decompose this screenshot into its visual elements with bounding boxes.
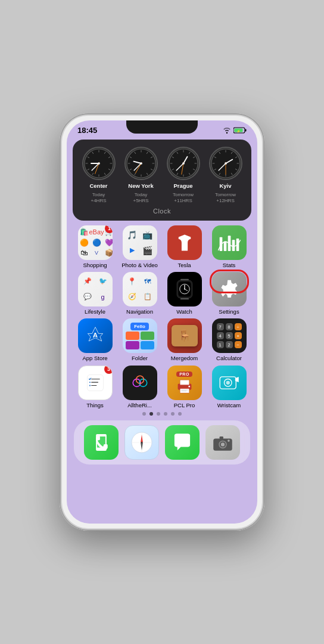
app-name-calculator: Calculator [216,355,242,361]
clock-face-kyiv [209,147,242,180]
clock-prague: Prague Tomorrow+11HRS [167,147,200,204]
status-time: 18:45 [77,126,97,135]
svg-text:A: A [92,332,98,339]
battery-icon: ⚡ [233,127,247,134]
app-shopping[interactable]: 1 🛍️eBay🛒 🟠🔵💜 🛍V📦 Shopping [74,225,116,268]
clock-sublabel-prague: Tomorrow+11HRS [173,192,194,203]
app-name-alltheri: AlltheRi... [127,402,152,408]
app-name-photo-video: Photo & Video [122,262,158,268]
svg-rect-88 [89,382,91,383]
app-icon-camera [205,425,240,460]
svg-point-54 [182,162,185,165]
clocks-row: Center Today+4HRS [77,147,247,204]
dot-2[interactable] [149,412,153,416]
app-wristcam[interactable]: Wristcam [208,366,250,408]
app-icon-appstore: A [78,318,113,353]
svg-rect-115 [220,436,223,439]
clock-widget[interactable]: Center Today+4HRS [73,140,251,221]
app-icon-calculator: 7 8 ÷ 4 5 × 1 2 − [212,318,247,353]
clock-newyork: New York Today+5HRS [124,147,158,204]
svg-point-98 [188,386,190,388]
app-pclpro[interactable]: PRO PCL Pro [163,366,205,408]
app-name-navigation: Navigation [126,308,153,315]
app-alltheri[interactable]: AlltheRi... [119,366,161,408]
svg-point-92 [136,376,144,383]
clock-label-prague: Prague [173,182,192,190]
dot-5[interactable] [171,412,175,416]
dock-safari[interactable] [124,425,159,460]
dot-6[interactable] [178,412,182,416]
clock-sublabel-center: Today+4HRS [91,192,106,203]
app-name-pclpro: PCL Pro [174,402,195,408]
app-folder[interactable]: Fello Folder [119,318,161,361]
svg-point-37 [140,162,142,165]
app-name-tesla: Tesla [177,262,191,268]
app-icon-shopping: 1 🛍️eBay🛒 🟠🔵💜 🛍V📦 [78,225,113,260]
app-mergedom[interactable]: 🪑 Mergedom [163,318,205,361]
app-photo-video[interactable]: 🎵📺 ▶🎬 Photo & Video [119,225,161,268]
app-name-mergedom: Mergedom [171,355,198,361]
clock-face-center [82,147,116,180]
dock-messages[interactable] [165,425,200,460]
app-calculator[interactable]: 7 8 ÷ 4 5 × 1 2 − Calculator [208,318,250,361]
clock-center: Center Today+4HRS [82,147,116,204]
app-grid-row4: 3 Things [67,366,257,408]
dock [74,420,250,465]
app-icon-folder: Fello [123,318,157,353]
dot-3[interactable] [157,412,160,416]
app-grid-row1: 1 🛍️eBay🛒 🟠🔵💜 🛍V📦 Shopping 🎵📺 ▶🎬 [67,225,257,268]
clock-label-kyiv: Kyiv [219,182,231,190]
app-name-stats: Stats [223,262,236,268]
app-lifestyle[interactable]: 📌 🐦 💬 g Lifestyle [74,272,116,315]
app-tesla[interactable]: Tesla [163,225,205,268]
phone-frame: 18:45 ⚡ [60,113,264,531]
phone-screen: 18:45 ⚡ [67,120,257,524]
app-name-shopping: Shopping [83,262,107,268]
dot-1[interactable] [142,412,146,416]
dock-phone[interactable] [84,425,119,460]
svg-rect-97 [181,391,186,392]
app-watch[interactable]: Watch [163,272,205,315]
app-settings[interactable]: Settings [208,272,250,315]
page-dots [67,412,257,416]
app-icon-safari [124,425,159,460]
wifi-icon [223,127,231,134]
app-icon-tesla [167,225,202,260]
svg-point-71 [225,162,227,165]
app-grid-row3: A App Store Fello [67,318,257,361]
app-icon-settings [212,272,247,306]
app-name-watch: Watch [176,308,192,315]
svg-point-116 [228,439,230,442]
app-icon-phone [84,425,119,460]
svg-point-114 [221,442,225,446]
app-stats[interactable]: Stats [208,225,250,268]
dock-camera[interactable] [205,425,240,460]
clock-kyiv: Kyiv Tomorrow+12HRS [209,147,242,204]
app-name-things: Things [86,402,104,408]
app-icon-lifestyle: 📌 🐦 💬 g [78,272,113,306]
app-icon-wristcam [212,366,247,400]
status-icons: ⚡ [223,127,247,134]
svg-rect-78 [180,298,188,299]
app-icon-alltheri [123,366,157,400]
clock-label-newyork: New York [128,182,153,190]
app-grid-row2: 📌 🐦 💬 g Lifestyle 📍 🗺 🧭 📋 [67,272,257,315]
dot-4[interactable] [164,412,167,416]
clock-face-newyork [124,147,158,180]
app-name-appstore: App Store [82,355,107,361]
app-appstore[interactable]: A App Store [74,318,116,361]
app-icon-messages [165,425,200,460]
clock-sublabel-kyiv: Tomorrow+12HRS [215,192,236,203]
app-name-folder: Folder [132,355,148,361]
clock-sublabel-newyork: Today+5HRS [133,192,148,203]
app-name-settings: Settings [219,308,239,315]
badge-shopping: 1 [105,225,113,233]
app-things[interactable]: 3 Things [74,366,116,408]
svg-rect-94 [180,380,189,385]
badge-things: 3 [104,366,113,374]
svg-point-110 [141,442,143,444]
svg-point-84 [184,289,185,290]
app-navigation[interactable]: 📍 🗺 🧭 📋 Navigation [119,272,161,315]
app-name-lifestyle: Lifestyle [85,308,105,315]
app-icon-pclpro: PRO [167,366,202,400]
